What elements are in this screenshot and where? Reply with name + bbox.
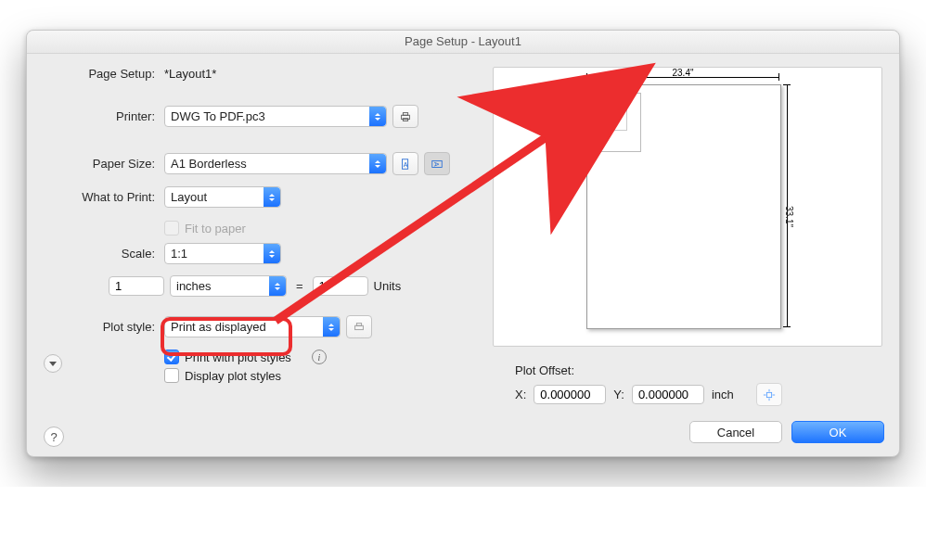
dropdown-arrows-icon <box>264 187 280 207</box>
preview-width-dimension: 23.4" <box>586 73 779 83</box>
scale-denominator-input[interactable] <box>313 276 368 296</box>
center-crosshair-icon <box>763 388 776 401</box>
what-to-print-value: Layout <box>171 190 207 204</box>
plot-style-label: Plot style: <box>44 320 164 334</box>
what-to-print-label: What to Print: <box>44 190 164 204</box>
print-with-plot-styles-checkbox[interactable] <box>164 350 179 364</box>
printer-label: Printer: <box>44 109 164 123</box>
cancel-button[interactable]: Cancel <box>689 421 782 443</box>
svg-rect-1 <box>403 112 407 115</box>
svg-text:A: A <box>404 160 408 167</box>
printer-icon <box>399 110 412 123</box>
offset-x-label: X: <box>515 388 526 401</box>
fit-to-paper-checkbox <box>164 221 179 235</box>
printer-select[interactable]: DWG To PDF.pc3 <box>164 106 387 127</box>
paper-size-value: A1 Borderless <box>171 157 247 171</box>
preview-content-box <box>593 93 641 152</box>
plot-offset-section: Plot Offset: X: Y: inch <box>493 363 882 406</box>
printer-properties-button[interactable] <box>392 105 418 128</box>
fit-to-paper-label: Fit to paper <box>185 222 246 235</box>
window-title: Page Setup - Layout1 <box>27 31 899 54</box>
scale-units-select[interactable]: inches <box>170 275 287 297</box>
offset-unit-label: inch <box>712 388 734 401</box>
page-setup-name: *Layout1* <box>164 67 216 81</box>
preview-height-dimension: 33.1" <box>783 84 792 327</box>
dropdown-arrows-icon <box>369 154 386 173</box>
preview-panel-column: 23.4" 33.1" Plot Offset: X: Y: inch <box>493 67 882 406</box>
center-plot-button[interactable] <box>756 383 782 406</box>
printer-icon <box>353 321 366 334</box>
preview-height-value: 33.1" <box>784 206 794 227</box>
scale-preset-value: 1:1 <box>171 247 187 261</box>
dropdown-arrows-icon <box>323 317 340 337</box>
preview-width-value: 23.4" <box>586 68 779 78</box>
offset-y-input[interactable] <box>632 385 704 404</box>
preview-paper <box>586 84 781 329</box>
portrait-page-icon: A <box>399 158 412 171</box>
disclosure-toggle[interactable] <box>44 354 62 373</box>
dropdown-arrows-icon <box>264 244 280 263</box>
offset-x-input[interactable] <box>534 385 606 404</box>
orientation-landscape-button[interactable]: A <box>424 152 450 175</box>
svg-rect-9 <box>766 392 771 397</box>
dropdown-arrows-icon <box>269 276 286 296</box>
plot-offset-label: Plot Offset: <box>515 363 882 377</box>
display-plot-styles-checkbox[interactable] <box>164 368 179 383</box>
printer-value: DWG To PDF.pc3 <box>171 109 265 123</box>
page-setup-label: Page Setup: <box>44 67 164 81</box>
landscape-page-icon: A <box>431 158 444 171</box>
dialog-footer: Cancel OK <box>27 414 899 456</box>
ok-button[interactable]: OK <box>791 421 884 443</box>
equals-sign: = <box>292 279 307 293</box>
print-with-plot-styles-label: Print with plot styles <box>185 350 291 364</box>
paper-preview: 23.4" 33.1" <box>493 67 882 347</box>
scale-units-value: inches <box>176 279 212 293</box>
offset-y-label: Y: <box>613 388 624 401</box>
orientation-portrait-button[interactable]: A <box>392 152 418 175</box>
display-plot-styles-label: Display plot styles <box>185 369 281 383</box>
help-button[interactable]: ? <box>44 426 64 447</box>
paper-size-select[interactable]: A1 Borderless <box>164 153 387 174</box>
what-to-print-select[interactable]: Layout <box>164 186 281 208</box>
plot-style-value: Print as displayed <box>171 320 266 334</box>
settings-panel: Page Setup: *Layout1* Printer: DWG To PD… <box>44 67 480 406</box>
paper-size-label: Paper Size: <box>44 157 164 171</box>
plot-style-edit-button[interactable] <box>346 315 372 338</box>
scale-numerator-input[interactable] <box>109 276 164 296</box>
info-icon[interactable]: i <box>312 350 327 364</box>
svg-rect-7 <box>355 325 364 329</box>
page-setup-dialog: Page Setup - Layout1 Page Setup: *Layout… <box>26 30 900 457</box>
dropdown-arrows-icon <box>369 107 386 126</box>
svg-text:A: A <box>433 161 440 166</box>
svg-rect-8 <box>356 323 361 325</box>
scale-label: Scale: <box>44 247 164 261</box>
plot-style-select[interactable]: Print as displayed <box>164 316 341 337</box>
units-word: Units <box>374 279 402 293</box>
scale-preset-select[interactable]: 1:1 <box>164 243 281 264</box>
